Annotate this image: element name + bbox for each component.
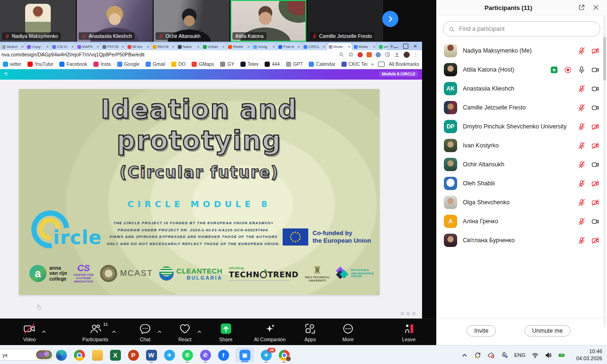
volume-icon[interactable]	[545, 352, 552, 359]
tray-chevron-up-icon[interactable]	[461, 352, 468, 359]
participants-title: Participants (11)	[485, 4, 532, 11]
avatar: AK	[444, 82, 457, 95]
participant-row[interactable]: Nadiya Maksymenko (Me)	[444, 41, 599, 60]
taskbar-icon-facebook[interactable]: f	[217, 347, 230, 363]
toolbar-share-button[interactable]: Share	[219, 322, 232, 342]
toolbar-video-off-button[interactable]: Video	[23, 322, 36, 342]
panel-scrollbar[interactable]	[603, 16, 606, 327]
search-input[interactable]	[458, 25, 595, 33]
invite-button[interactable]: Invite	[467, 325, 496, 337]
tab-label: Reddi	[233, 45, 246, 49]
bookmark-favicon	[309, 62, 314, 67]
sync-icon[interactable]	[474, 352, 481, 359]
popout-icon[interactable]	[578, 4, 585, 11]
microphone-tray-icon[interactable]	[501, 352, 508, 359]
bookmark-label: witter	[10, 62, 21, 67]
taskbar-icon-viber[interactable]: ✆	[199, 347, 212, 363]
taskbar-icon-whatsapp[interactable]: ✆	[181, 347, 193, 363]
eu-funding-label: Co-funded by the European Union	[313, 229, 371, 245]
video-tile[interactable]: Nadiya Maksymenko	[0, 0, 76, 42]
taskbar-clock[interactable]: 10:46 04.03.2026	[576, 348, 602, 362]
profile-avatar	[404, 52, 410, 58]
battery-icon[interactable]	[558, 352, 565, 359]
logo-wordmark: ircle	[53, 227, 102, 248]
wifi-icon[interactable]	[532, 352, 539, 359]
mic-muted-icon	[578, 218, 586, 226]
participant-row[interactable]: AАліна Гречко	[444, 212, 599, 231]
camera-on-icon	[591, 85, 599, 93]
taskbar-icon-chrome[interactable]	[73, 347, 85, 363]
video-tile[interactable]: Ochir Altansukh	[154, 0, 230, 42]
windows-taskbar: ук XPW✈✆✆f▣✈.08 ENG 10:46 04.03.2026	[0, 345, 607, 364]
video-tile-name-label: Nadiya Maksymenko	[2, 32, 61, 40]
participant-row[interactable]: Oleh Shablii	[444, 174, 599, 193]
participant-name: Olga Shevchenko	[463, 199, 572, 206]
tab-label: Goog	[258, 45, 271, 49]
next-participants-button[interactable]	[382, 11, 398, 27]
tab-favicon	[77, 45, 81, 49]
taskbar-icon-chrome[interactable]	[278, 347, 290, 363]
toolbar-ai-companion-button[interactable]: AI Companion	[254, 322, 286, 342]
taskbar-icon-telegram[interactable]: ✈.08	[260, 347, 272, 363]
participant-row[interactable]: Attila Katona (Host)	[444, 60, 599, 79]
participants-icon: 11	[89, 322, 101, 335]
bookmarks-overflow-icon: »	[371, 62, 374, 67]
participant-row[interactable]: Camille Jetzselle Fresto	[444, 98, 599, 117]
mic-muted-icon	[578, 142, 586, 150]
participant-row[interactable]: Ochir Altansukh	[444, 155, 599, 174]
taskbar-icon-word[interactable]: W	[145, 347, 157, 363]
mic-muted-icon	[5, 34, 10, 39]
participant-row[interactable]: Світлана Бурченко	[444, 231, 599, 250]
participant-row[interactable]: Olga Shevchenko	[444, 193, 599, 212]
mic-muted-icon	[578, 123, 586, 131]
browser-tab: Searcl✕	[0, 43, 25, 50]
taskbar-search-box[interactable]: ук	[0, 349, 54, 361]
video-tile[interactable]: Attila Katona	[230, 0, 306, 42]
bookmark-favicon	[117, 62, 122, 67]
chevron-up-icon[interactable]	[41, 328, 46, 337]
cloud-offline-icon[interactable]	[487, 352, 495, 359]
video-tile-name-label: Ochir Altansukh	[156, 32, 203, 40]
video-tile[interactable]: Anastasiia Klieshch	[77, 0, 153, 42]
language-indicator[interactable]: ENG	[514, 352, 525, 358]
taskbar-icon-telegram[interactable]: ✈	[163, 347, 175, 363]
taskbar-icon-excel[interactable]: X	[109, 347, 121, 363]
unmute-me-button[interactable]: Unmute me	[524, 325, 570, 337]
video-tile-name-label: Camille Jetzselle Fresto	[309, 32, 375, 40]
toolbar-participants-button[interactable]: 11Participants	[83, 322, 109, 342]
tab-label: Copy :	[32, 45, 45, 49]
disclaimer-line: ONLY AND DO NOT NECESSARILY REFLECT THOS…	[99, 241, 288, 248]
tab-close-icon: ✕	[247, 45, 250, 49]
participant-search-box[interactable]	[443, 21, 600, 36]
video-tile-name-label: Anastasiia Klieshch	[79, 32, 135, 40]
toolbar-leave-button[interactable]: Leave	[402, 322, 416, 342]
taskbar-icon-explorer[interactable]	[91, 347, 103, 363]
bookmark-favicon	[240, 62, 246, 67]
sidebar-icon	[385, 52, 390, 57]
download-icon	[394, 52, 400, 57]
bookmark-label: YouTube	[35, 62, 53, 67]
tab-close-icon: ✕	[197, 45, 200, 49]
video-tile[interactable]: Camille Jetzselle Fresto	[307, 0, 383, 42]
toolbar-more-button[interactable]: More	[342, 322, 355, 342]
toolbar-react-button[interactable]: React	[178, 322, 191, 342]
participant-row[interactable]: AKAnastasiia Klieshch	[444, 79, 599, 98]
close-panel-icon[interactable]	[592, 4, 599, 11]
participant-row[interactable]: DPDmytro Pinchuk Shevchenko University	[444, 117, 599, 136]
bookmark-item: Calendar	[309, 62, 335, 67]
rtu-label: RTU SCIENCEAND INNOVATIONCENTRE	[351, 269, 374, 278]
bookmark-label: GPT	[293, 62, 303, 67]
taskbar-icon-ppt[interactable]: P	[127, 347, 139, 363]
bookmark-label: CKIC Teams	[349, 62, 367, 67]
taskbar-icon-zoom[interactable]: ▣	[235, 347, 254, 363]
running-indicator	[204, 362, 207, 363]
toolbar-apps-button[interactable]: Apps	[304, 322, 317, 342]
taskbar-icon-edge[interactable]	[55, 347, 67, 363]
toolbar-button-label: AI Companion	[254, 337, 286, 342]
toolbar-chat-button[interactable]: Chat	[139, 322, 152, 342]
participant-row[interactable]: Ivan Kostyrko	[444, 136, 599, 155]
chevron-up-icon[interactable]	[156, 328, 162, 337]
chevron-up-icon[interactable]	[111, 328, 117, 337]
bookmark-label: GMaps	[199, 62, 214, 67]
chevron-up-icon[interactable]	[196, 328, 202, 337]
